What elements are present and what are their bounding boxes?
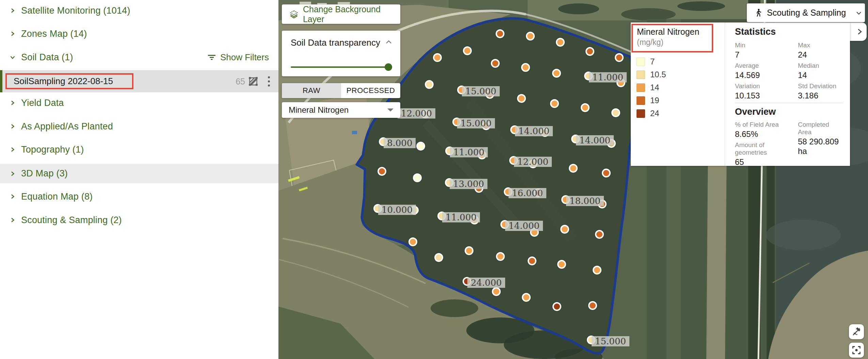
soil-sampling-row[interactable]: SoilSampling 2022-08-15 65 (0, 70, 278, 92)
sidebar-item-label: Yield Data (21, 98, 64, 108)
legend-value: 14 (650, 83, 659, 92)
sidebar-item-scouting-sampling[interactable]: Scouting & Sampling (2) (0, 212, 278, 228)
sidebar-item-soil-data[interactable]: Soil Data (1) Show Filters (0, 49, 278, 65)
stat-median: Median14 (798, 62, 843, 82)
sample-value-label: 15.000 (457, 118, 495, 128)
transparency-panel: Soil Data transparency (282, 31, 400, 76)
chevron-right-icon (856, 27, 863, 36)
sample-value-label: 18.000 (566, 196, 604, 206)
sample-value-label: 14.000 (505, 221, 543, 231)
change-background-layer-button[interactable]: Change Background Layer (282, 4, 400, 24)
sample-value-label: 11.000 (589, 72, 627, 82)
sidebar-item-as-applied[interactable]: As Applied/As Planted (0, 119, 278, 134)
legend-swatch (637, 58, 645, 66)
chevron-right-icon (10, 146, 16, 153)
center-field-button[interactable] (849, 343, 864, 358)
sidebar-item-equation-map[interactable]: Equation Map (8) (0, 189, 278, 204)
row-menu-kebab-icon[interactable] (268, 76, 270, 87)
legend-swatch (637, 83, 645, 92)
geometry-count: 65 (236, 76, 245, 86)
legend-items: 7 10.5 14 19 24 (637, 55, 666, 120)
overview-title: Overview (735, 107, 843, 118)
statistics-section: Statistics Min7 Max24 Average14.569 Medi… (730, 22, 850, 166)
sample-value-label: 13.000 (450, 179, 487, 189)
sidebar-item-3d-map[interactable]: 3D Map (3) (0, 164, 278, 183)
sample-value-label: 14.000 (515, 126, 553, 136)
sidebar-item-label: Satellite Monitoring (1014) (21, 5, 130, 16)
sidebar-item-label: Scouting & Sampling (2) (21, 215, 122, 225)
sidebar-item-label: 3D Map (3) (21, 168, 68, 179)
sample-value-label: 12.000 (514, 157, 552, 167)
chevron-right-icon (10, 123, 16, 129)
legend-unit: (mg/kg) (637, 38, 712, 47)
legend-swatch (637, 109, 645, 118)
legend-item: 7 (637, 55, 666, 68)
stat-field-area-pct: % of Field Area8.65% (735, 121, 798, 141)
statistics-title: Statistics (735, 27, 843, 37)
sample-value-label: 11.000 (450, 147, 488, 157)
sample-value-label: 10.000 (378, 205, 416, 215)
collapse-chevron-icon[interactable] (385, 38, 393, 46)
sample-value-label: 12.000 (398, 108, 435, 119)
show-filters-button[interactable]: Show Filters (207, 52, 269, 63)
legend-item: 19 (637, 94, 666, 107)
sidebar-item-yield-data[interactable]: Yield Data (0, 95, 278, 111)
legend-title-highlight-box: Mineral Nitrogen (mg/kg) (631, 24, 713, 52)
sidebar-item-label: Soil Data (1) (21, 52, 73, 63)
legend-value: 24 (650, 109, 659, 118)
layer-attribute-value: Mineral Nitrogen (289, 105, 349, 115)
transparency-slider[interactable] (291, 63, 391, 71)
legend-section: Mineral Nitrogen (mg/kg) 7 10.5 14 19 24 (631, 22, 725, 166)
chevron-down-icon (855, 9, 863, 17)
sample-value-label: 16.000 (509, 188, 546, 198)
stats-divider (735, 103, 843, 103)
sidebar-item-label: Topography (1) (21, 144, 84, 155)
map-canvas[interactable]: 11.00015.00012.00015.00014.00014.0008.00… (278, 0, 868, 359)
sidebar-item-zones-map[interactable]: Zones Map (14) (0, 26, 278, 42)
change-background-label: Change Background Layer (303, 4, 400, 24)
sidebar-item-topography[interactable]: Topography (1) (0, 142, 278, 157)
show-filters-label: Show Filters (220, 52, 269, 63)
center-focus-icon (852, 345, 861, 355)
sample-value-label: 15.000 (592, 336, 629, 346)
raw-processed-toggle: RAW PROCESSED (282, 83, 400, 98)
walking-person-icon (754, 8, 763, 17)
legend-swatch (637, 96, 645, 105)
chevron-down-icon (10, 54, 16, 60)
hatch-layer-icon[interactable] (248, 77, 258, 86)
legend-item: 24 (637, 107, 666, 120)
legend-swatch (637, 71, 645, 79)
stat-min: Min7 (735, 42, 798, 62)
sidebar: Satellite Monitoring (1014) Zones Map (1… (0, 0, 278, 359)
sidebar-item-label: Zones Map (14) (21, 29, 87, 39)
sample-value-label: 15.000 (462, 86, 500, 96)
sidebar-item-label: As Applied/As Planted (21, 121, 113, 132)
sample-value-label: 8.000 (384, 138, 416, 148)
chevron-right-icon (10, 31, 16, 37)
soil-sampling-label: SoilSampling 2022-08-15 (14, 76, 113, 87)
legend-statistics-panel: Mineral Nitrogen (mg/kg) 7 10.5 14 19 24… (631, 22, 850, 166)
slider-track (291, 66, 391, 68)
legend-value: 10.5 (650, 70, 666, 79)
layer-attribute-dropdown[interactable]: Mineral Nitrogen (282, 102, 400, 118)
raw-tab[interactable]: RAW (282, 83, 341, 98)
stat-completed-area: Completed Area58 290.809 ha (798, 121, 843, 141)
stat-average: Average14.569 (735, 62, 798, 82)
scouting-sampling-mode-button[interactable]: Scouting & Sampling (747, 3, 865, 22)
slider-handle[interactable] (385, 63, 392, 71)
transparency-title: Soil Data transparency (291, 37, 380, 48)
chevron-right-icon (10, 217, 16, 223)
filter-icon (207, 53, 216, 61)
dropdown-caret-icon (387, 109, 393, 112)
processed-tab[interactable]: PROCESSED (341, 83, 400, 98)
sample-value-label: 11.000 (442, 212, 480, 222)
sidebar-item-satellite-monitoring[interactable]: Satellite Monitoring (1014) (0, 3, 278, 18)
sidebar-item-label: Equation Map (8) (21, 191, 93, 202)
stat-variation: Variation10.153 (735, 82, 798, 103)
chevron-right-icon (10, 7, 16, 14)
measure-off-icon (852, 327, 861, 337)
chevron-right-icon (10, 100, 16, 106)
hide-measurements-button[interactable] (849, 324, 864, 339)
sample-value-label: 14.000 (576, 135, 614, 145)
chevron-right-icon (10, 171, 16, 177)
